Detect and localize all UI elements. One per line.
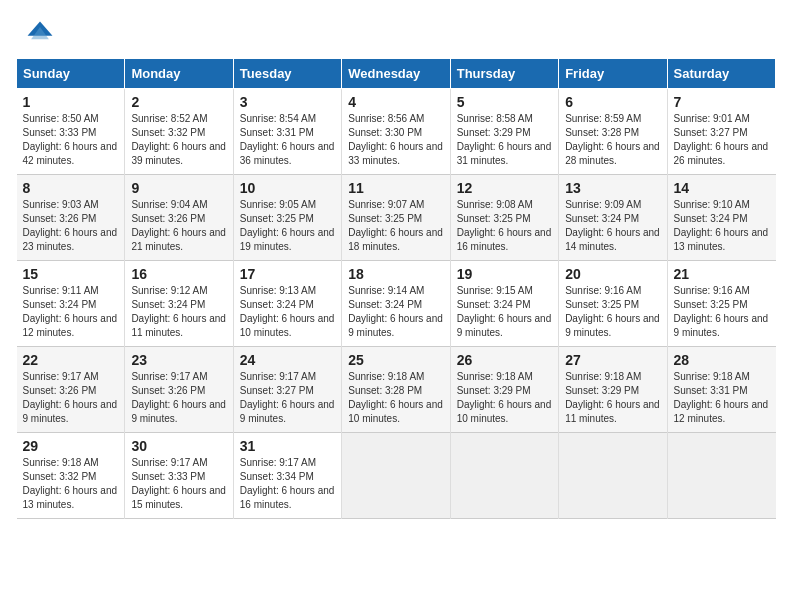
day-number: 19 xyxy=(457,266,552,282)
day-info: Sunrise: 9:17 AM Sunset: 3:26 PM Dayligh… xyxy=(23,370,119,426)
day-info: Sunrise: 9:08 AM Sunset: 3:25 PM Dayligh… xyxy=(457,198,552,254)
day-number: 17 xyxy=(240,266,335,282)
calendar-week-row: 8 Sunrise: 9:03 AM Sunset: 3:26 PM Dayli… xyxy=(17,175,776,261)
day-number: 22 xyxy=(23,352,119,368)
day-info: Sunrise: 9:18 AM Sunset: 3:29 PM Dayligh… xyxy=(565,370,660,426)
day-info: Sunrise: 9:13 AM Sunset: 3:24 PM Dayligh… xyxy=(240,284,335,340)
day-info: Sunrise: 9:11 AM Sunset: 3:24 PM Dayligh… xyxy=(23,284,119,340)
calendar-table: SundayMondayTuesdayWednesdayThursdayFrid… xyxy=(16,58,776,519)
calendar-week-row: 1 Sunrise: 8:50 AM Sunset: 3:33 PM Dayli… xyxy=(17,89,776,175)
calendar-cell: 28 Sunrise: 9:18 AM Sunset: 3:31 PM Dayl… xyxy=(667,347,775,433)
calendar-cell: 25 Sunrise: 9:18 AM Sunset: 3:28 PM Dayl… xyxy=(342,347,450,433)
calendar-cell: 4 Sunrise: 8:56 AM Sunset: 3:30 PM Dayli… xyxy=(342,89,450,175)
day-number: 18 xyxy=(348,266,443,282)
calendar-cell: 15 Sunrise: 9:11 AM Sunset: 3:24 PM Dayl… xyxy=(17,261,125,347)
calendar-cell: 8 Sunrise: 9:03 AM Sunset: 3:26 PM Dayli… xyxy=(17,175,125,261)
day-number: 12 xyxy=(457,180,552,196)
day-info: Sunrise: 9:10 AM Sunset: 3:24 PM Dayligh… xyxy=(674,198,770,254)
calendar-cell: 31 Sunrise: 9:17 AM Sunset: 3:34 PM Dayl… xyxy=(233,433,341,519)
calendar-week-row: 29 Sunrise: 9:18 AM Sunset: 3:32 PM Dayl… xyxy=(17,433,776,519)
calendar-cell: 3 Sunrise: 8:54 AM Sunset: 3:31 PM Dayli… xyxy=(233,89,341,175)
day-info: Sunrise: 8:58 AM Sunset: 3:29 PM Dayligh… xyxy=(457,112,552,168)
calendar-cell: 1 Sunrise: 8:50 AM Sunset: 3:33 PM Dayli… xyxy=(17,89,125,175)
day-number: 30 xyxy=(131,438,226,454)
column-header-sunday: Sunday xyxy=(17,59,125,89)
day-info: Sunrise: 9:15 AM Sunset: 3:24 PM Dayligh… xyxy=(457,284,552,340)
day-info: Sunrise: 9:18 AM Sunset: 3:28 PM Dayligh… xyxy=(348,370,443,426)
day-info: Sunrise: 9:07 AM Sunset: 3:25 PM Dayligh… xyxy=(348,198,443,254)
column-header-wednesday: Wednesday xyxy=(342,59,450,89)
calendar-cell: 6 Sunrise: 8:59 AM Sunset: 3:28 PM Dayli… xyxy=(559,89,667,175)
column-header-monday: Monday xyxy=(125,59,233,89)
day-info: Sunrise: 9:18 AM Sunset: 3:32 PM Dayligh… xyxy=(23,456,119,512)
calendar-cell: 27 Sunrise: 9:18 AM Sunset: 3:29 PM Dayl… xyxy=(559,347,667,433)
column-header-thursday: Thursday xyxy=(450,59,558,89)
day-number: 26 xyxy=(457,352,552,368)
day-number: 1 xyxy=(23,94,119,110)
logo xyxy=(24,18,60,50)
header xyxy=(0,0,792,58)
day-number: 8 xyxy=(23,180,119,196)
calendar-cell: 21 Sunrise: 9:16 AM Sunset: 3:25 PM Dayl… xyxy=(667,261,775,347)
calendar-header-row: SundayMondayTuesdayWednesdayThursdayFrid… xyxy=(17,59,776,89)
day-info: Sunrise: 9:12 AM Sunset: 3:24 PM Dayligh… xyxy=(131,284,226,340)
day-number: 4 xyxy=(348,94,443,110)
day-number: 10 xyxy=(240,180,335,196)
calendar-week-row: 22 Sunrise: 9:17 AM Sunset: 3:26 PM Dayl… xyxy=(17,347,776,433)
day-info: Sunrise: 9:05 AM Sunset: 3:25 PM Dayligh… xyxy=(240,198,335,254)
day-info: Sunrise: 9:14 AM Sunset: 3:24 PM Dayligh… xyxy=(348,284,443,340)
day-number: 21 xyxy=(674,266,770,282)
day-number: 5 xyxy=(457,94,552,110)
calendar-cell: 16 Sunrise: 9:12 AM Sunset: 3:24 PM Dayl… xyxy=(125,261,233,347)
day-info: Sunrise: 9:16 AM Sunset: 3:25 PM Dayligh… xyxy=(674,284,770,340)
day-number: 14 xyxy=(674,180,770,196)
day-number: 20 xyxy=(565,266,660,282)
day-number: 11 xyxy=(348,180,443,196)
calendar-week-row: 15 Sunrise: 9:11 AM Sunset: 3:24 PM Dayl… xyxy=(17,261,776,347)
calendar-cell: 18 Sunrise: 9:14 AM Sunset: 3:24 PM Dayl… xyxy=(342,261,450,347)
day-number: 7 xyxy=(674,94,770,110)
day-number: 29 xyxy=(23,438,119,454)
calendar-cell: 19 Sunrise: 9:15 AM Sunset: 3:24 PM Dayl… xyxy=(450,261,558,347)
day-number: 9 xyxy=(131,180,226,196)
calendar-cell: 24 Sunrise: 9:17 AM Sunset: 3:27 PM Dayl… xyxy=(233,347,341,433)
day-info: Sunrise: 8:54 AM Sunset: 3:31 PM Dayligh… xyxy=(240,112,335,168)
day-number: 6 xyxy=(565,94,660,110)
day-info: Sunrise: 9:17 AM Sunset: 3:33 PM Dayligh… xyxy=(131,456,226,512)
calendar-cell: 11 Sunrise: 9:07 AM Sunset: 3:25 PM Dayl… xyxy=(342,175,450,261)
calendar-cell xyxy=(559,433,667,519)
calendar-cell: 14 Sunrise: 9:10 AM Sunset: 3:24 PM Dayl… xyxy=(667,175,775,261)
day-number: 31 xyxy=(240,438,335,454)
day-info: Sunrise: 9:17 AM Sunset: 3:27 PM Dayligh… xyxy=(240,370,335,426)
day-info: Sunrise: 9:18 AM Sunset: 3:29 PM Dayligh… xyxy=(457,370,552,426)
calendar-cell: 26 Sunrise: 9:18 AM Sunset: 3:29 PM Dayl… xyxy=(450,347,558,433)
calendar-cell: 30 Sunrise: 9:17 AM Sunset: 3:33 PM Dayl… xyxy=(125,433,233,519)
day-info: Sunrise: 8:52 AM Sunset: 3:32 PM Dayligh… xyxy=(131,112,226,168)
day-info: Sunrise: 9:17 AM Sunset: 3:34 PM Dayligh… xyxy=(240,456,335,512)
calendar-cell: 7 Sunrise: 9:01 AM Sunset: 3:27 PM Dayli… xyxy=(667,89,775,175)
calendar-cell: 12 Sunrise: 9:08 AM Sunset: 3:25 PM Dayl… xyxy=(450,175,558,261)
calendar-cell: 17 Sunrise: 9:13 AM Sunset: 3:24 PM Dayl… xyxy=(233,261,341,347)
calendar-cell: 5 Sunrise: 8:58 AM Sunset: 3:29 PM Dayli… xyxy=(450,89,558,175)
day-number: 24 xyxy=(240,352,335,368)
day-info: Sunrise: 9:17 AM Sunset: 3:26 PM Dayligh… xyxy=(131,370,226,426)
calendar-cell: 29 Sunrise: 9:18 AM Sunset: 3:32 PM Dayl… xyxy=(17,433,125,519)
calendar-cell: 13 Sunrise: 9:09 AM Sunset: 3:24 PM Dayl… xyxy=(559,175,667,261)
day-number: 16 xyxy=(131,266,226,282)
day-info: Sunrise: 9:18 AM Sunset: 3:31 PM Dayligh… xyxy=(674,370,770,426)
day-info: Sunrise: 9:03 AM Sunset: 3:26 PM Dayligh… xyxy=(23,198,119,254)
day-info: Sunrise: 9:04 AM Sunset: 3:26 PM Dayligh… xyxy=(131,198,226,254)
day-info: Sunrise: 9:16 AM Sunset: 3:25 PM Dayligh… xyxy=(565,284,660,340)
day-info: Sunrise: 8:50 AM Sunset: 3:33 PM Dayligh… xyxy=(23,112,119,168)
calendar-cell: 2 Sunrise: 8:52 AM Sunset: 3:32 PM Dayli… xyxy=(125,89,233,175)
page: SundayMondayTuesdayWednesdayThursdayFrid… xyxy=(0,0,792,612)
day-number: 3 xyxy=(240,94,335,110)
calendar-cell: 9 Sunrise: 9:04 AM Sunset: 3:26 PM Dayli… xyxy=(125,175,233,261)
day-number: 25 xyxy=(348,352,443,368)
day-info: Sunrise: 8:56 AM Sunset: 3:30 PM Dayligh… xyxy=(348,112,443,168)
day-info: Sunrise: 8:59 AM Sunset: 3:28 PM Dayligh… xyxy=(565,112,660,168)
column-header-tuesday: Tuesday xyxy=(233,59,341,89)
calendar-cell: 20 Sunrise: 9:16 AM Sunset: 3:25 PM Dayl… xyxy=(559,261,667,347)
day-number: 23 xyxy=(131,352,226,368)
day-info: Sunrise: 9:09 AM Sunset: 3:24 PM Dayligh… xyxy=(565,198,660,254)
